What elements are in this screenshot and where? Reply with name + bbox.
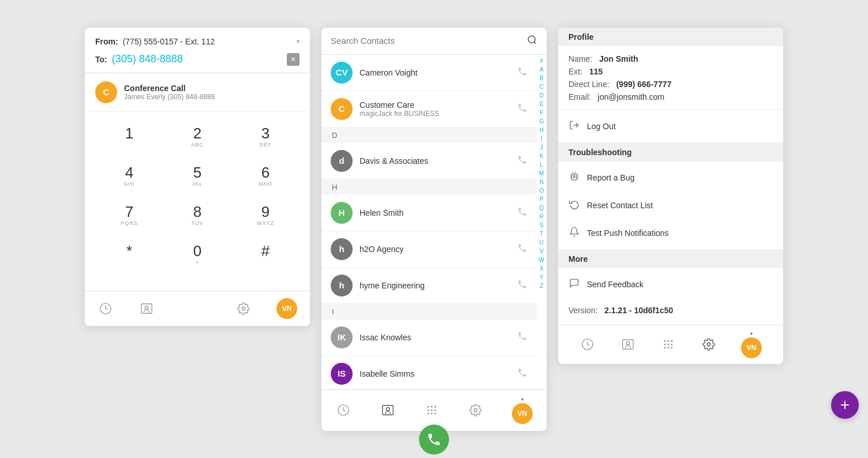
history-icon[interactable] (98, 301, 114, 317)
svg-point-2 (145, 306, 149, 309)
svg-rect-31 (668, 347, 669, 349)
conference-contact: C Conference Call James Everly (305) 848… (85, 73, 310, 112)
dial-key-*[interactable]: * (95, 235, 163, 275)
contact-row[interactable]: h hyme Engineering (321, 268, 537, 304)
alpha-M[interactable]: M (539, 170, 544, 178)
ext-row: Ext: 115 (568, 67, 773, 76)
call-contact-icon[interactable] (517, 243, 527, 256)
alpha-Q[interactable]: Q (539, 204, 544, 212)
dial-key-9[interactable]: 9WXYZ (231, 196, 300, 235)
feedback-icon (568, 278, 580, 291)
history-icon[interactable] (335, 402, 351, 418)
dialpad-icon[interactable] (660, 336, 676, 352)
contact-avatar: C (331, 98, 353, 120)
logout-menu-item[interactable]: Log Out (558, 112, 783, 140)
contacts-icon[interactable] (620, 336, 636, 352)
alpha-#[interactable]: # (540, 57, 543, 65)
contacts-icon[interactable] (139, 301, 155, 317)
profile-avatar-nav[interactable]: VN (741, 337, 762, 358)
alpha-D[interactable]: D (540, 92, 544, 100)
alpha-B[interactable]: B (540, 74, 544, 82)
dialpad-icon[interactable] (424, 402, 440, 418)
alpha-E[interactable]: E (540, 100, 544, 108)
alpha-C[interactable]: C (540, 83, 544, 91)
contact-info: Davis & Associates (360, 156, 510, 166)
call-contact-icon[interactable] (517, 331, 527, 344)
alpha-G[interactable]: G (539, 118, 544, 126)
contact-info: Helen Smith (360, 208, 510, 217)
contact-row[interactable]: d Davis & Associates (321, 143, 537, 179)
alphabet-index[interactable]: #ABCDEFGHIJKLMNOPQRSTUVWXYZ (537, 55, 547, 389)
call-contact-icon[interactable] (517, 103, 527, 115)
contact-info: Cameron Voight (360, 68, 510, 77)
search-icon-button[interactable] (527, 35, 537, 47)
alpha-P[interactable]: P (540, 196, 544, 204)
alpha-S[interactable]: S (540, 222, 544, 230)
contact-row[interactable]: CV Cameron Voight (321, 55, 537, 91)
call-contact-icon[interactable] (517, 207, 527, 219)
contact-row[interactable]: IK Issac Knowles (321, 320, 537, 356)
alpha-Z[interactable]: Z (540, 282, 543, 290)
alpha-K[interactable]: K (540, 152, 544, 160)
settings-icon[interactable] (235, 301, 252, 317)
contact-info: Isabelle Simms (360, 369, 510, 378)
contact-row[interactable]: IS Isabelle Simms (321, 356, 537, 389)
send-feedback-item[interactable]: Send Feedback (558, 271, 783, 298)
dial-key-0[interactable]: 0+ (163, 235, 231, 275)
history-icon[interactable] (579, 336, 596, 352)
clear-button[interactable]: ✕ (287, 53, 300, 66)
svg-point-3 (242, 307, 245, 310)
profile-avatar-nav[interactable]: VN (276, 298, 297, 319)
contact-avatar: H (331, 202, 353, 224)
profile-nav-dropdown[interactable]: ▾ VN (512, 397, 533, 424)
dial-key-1[interactable]: 1 (95, 118, 163, 157)
push-notif-item[interactable]: Test Push Notifications (558, 219, 783, 247)
dial-key-6[interactable]: 6MNO (231, 157, 300, 196)
dial-key-4[interactable]: 4GHI (95, 157, 163, 196)
reset-contact-label: Reset Contact List (587, 201, 653, 210)
dial-key-#[interactable]: # (231, 235, 300, 275)
dial-key-3[interactable]: 3DEF (231, 118, 300, 157)
alpha-I[interactable]: I (541, 135, 542, 143)
alpha-A[interactable]: A (540, 66, 544, 74)
alpha-X[interactable]: X (540, 265, 544, 273)
search-input[interactable] (331, 36, 522, 46)
dial-key-8[interactable]: 8TUV (163, 196, 231, 235)
call-contact-icon[interactable] (517, 279, 527, 292)
alpha-R[interactable]: R (540, 213, 544, 221)
reset-contact-item[interactable]: Reset Contact List (558, 192, 783, 219)
contact-row[interactable]: h h2O Agency (321, 231, 537, 268)
alpha-J[interactable]: J (540, 144, 543, 152)
alpha-V[interactable]: V (540, 247, 544, 256)
call-contact-icon[interactable] (517, 66, 527, 79)
alpha-T[interactable]: T (540, 230, 543, 238)
profile-avatar-nav[interactable]: VN (512, 403, 533, 424)
alpha-F[interactable]: F (540, 109, 543, 117)
alpha-Y[interactable]: Y (540, 273, 544, 281)
contact-info: Issac Knowles (360, 333, 510, 342)
alpha-U[interactable]: U (540, 239, 544, 247)
contact-row[interactable]: C Customer Care magicJack for BUSINESS (321, 91, 537, 127)
from-dropdown-arrow[interactable]: ▾ (297, 38, 300, 44)
alpha-W[interactable]: W (539, 256, 544, 264)
report-bug-item[interactable]: Report a Bug (558, 164, 783, 192)
settings-icon[interactable] (701, 336, 717, 352)
alpha-N[interactable]: N (540, 178, 544, 186)
alpha-H[interactable]: H (540, 126, 544, 134)
dial-key-7[interactable]: 7PQRS (95, 196, 163, 235)
dial-key-2[interactable]: 2ABC (163, 118, 231, 157)
call-contact-icon[interactable] (517, 367, 527, 380)
conference-info: Conference Call James Everly (305) 848-8… (124, 84, 215, 101)
more-section: Send Feedback Version: 2.1.21 - 10d6f1c5… (558, 268, 783, 325)
alpha-O[interactable]: O (539, 187, 544, 195)
contact-row[interactable]: H Helen Smith (321, 195, 537, 231)
settings-icon[interactable] (467, 402, 484, 418)
svg-rect-12 (428, 410, 429, 411)
conference-sub: James Everly (305) 848-8888 (124, 93, 215, 101)
profile-nav-dropdown[interactable]: ▾ VN (741, 331, 762, 358)
alpha-L[interactable]: L (540, 161, 543, 169)
call-contact-icon[interactable] (517, 155, 527, 167)
contacts-icon-active[interactable] (380, 402, 396, 418)
dial-key-5[interactable]: 5JKL (163, 157, 231, 196)
svg-rect-14 (435, 410, 436, 411)
